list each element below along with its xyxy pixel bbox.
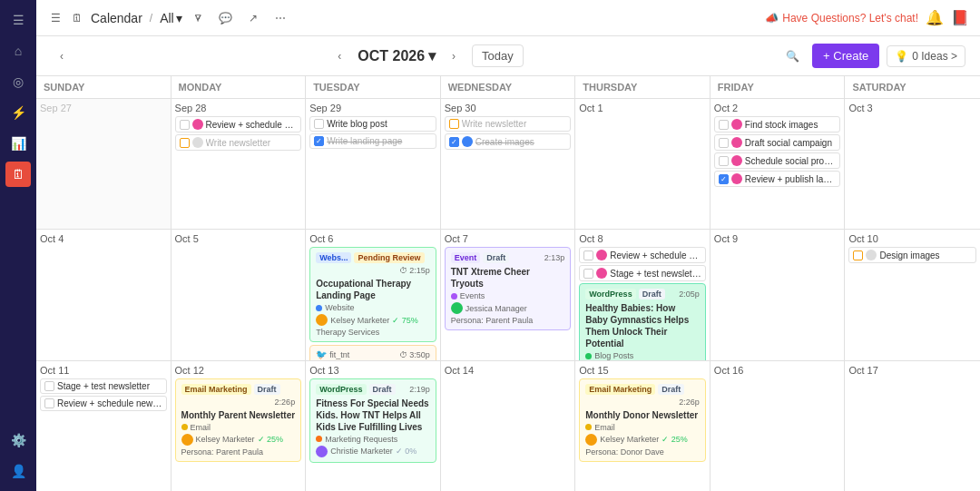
card-fitness-special-needs[interactable]: WordPress Draft 2:19p Fitness For Specia… [309, 378, 436, 463]
task-label: Review + schedule newslet ter [57, 398, 162, 408]
day-oct14: Oct 14 [441, 361, 576, 491]
card-title: Fitness For Special Needs Kids. How TNT … [316, 398, 430, 433]
task-review-publish-landing[interactable]: ✓ Review + publish landing p age [714, 171, 841, 187]
calendar-icon[interactable]: 🗓 [69, 10, 85, 26]
checkbox[interactable] [583, 250, 593, 260]
checkbox[interactable]: ✓ [719, 174, 729, 184]
flt-header: 🐦 fit_tnt ⏱ 3:50p [316, 349, 430, 359]
checkbox[interactable] [449, 119, 459, 129]
sidebar-icon-lightning[interactable]: ⚡ [5, 100, 31, 125]
checkbox[interactable] [853, 250, 863, 260]
checkbox[interactable]: ✓ [449, 137, 459, 147]
prev-btn[interactable]: ‹ [328, 45, 350, 67]
task-review-schedule-oct11[interactable]: Review + schedule newslet ter [40, 396, 167, 411]
task-draft-social[interactable]: Draft social campaign [714, 134, 841, 151]
draft-badge: Draft [483, 252, 509, 263]
assignee-name: Kelsey Marketer [196, 435, 255, 444]
today-button[interactable]: Today [472, 44, 524, 67]
draft-badge: Draft [369, 384, 396, 395]
time-badge: 2:13p [544, 253, 565, 262]
checkbox[interactable] [583, 269, 593, 279]
channel-name: Blog Posts [594, 351, 633, 359]
task-design-images-oct10[interactable]: Design images [848, 247, 976, 263]
ideas-button[interactable]: 💡 0 Ideas > [887, 45, 965, 67]
checkbox[interactable] [719, 138, 729, 148]
hamburger-icon[interactable]: ☰ [47, 10, 64, 26]
month-label[interactable]: OCT 2026 ▾ [358, 47, 436, 64]
sidebar-icon-user[interactable]: 👤 [5, 458, 31, 484]
top-nav: ☰ 🗓 Calendar / All ▾ ⛛ 💬 ↗ ⋯ 📣 Have Ques… [36, 0, 980, 36]
megaphone-icon: 📣 [765, 12, 779, 25]
header-sunday: SUNDAY [36, 76, 172, 98]
card-healthy-babies[interactable]: WordPress Draft 2:05p Healthy Babies: Ho… [579, 283, 706, 359]
day-sep30: Sep 30 Write newsletter ✓ Create images [441, 99, 576, 229]
comment-icon[interactable]: 💬 [215, 7, 237, 29]
card-monthly-parent-newsletter[interactable]: Email Marketing Draft 2:26p Monthly Pare… [175, 378, 302, 462]
task-review-blog[interactable]: Review + schedule blog po st [175, 116, 302, 133]
day-oct10: Oct 10 Design images [845, 230, 980, 359]
sidebar-icon-circle[interactable]: ◎ [5, 69, 31, 94]
task-find-stock[interactable]: Find stock images [714, 116, 841, 133]
next-btn[interactable]: › [443, 45, 465, 67]
header-thursday: THURSDAY [575, 76, 710, 98]
checkbox[interactable] [180, 138, 190, 148]
have-questions-link[interactable]: 📣 Have Questions? Let's chat! [765, 12, 918, 25]
time-badge: 2:26p [679, 398, 700, 407]
prev-month-btn[interactable]: ‹ [51, 45, 73, 67]
task-write-newsletter-sep30[interactable]: Write newsletter [445, 116, 572, 132]
day-oct11: Oct 11 Stage + test newsletter Review + … [36, 361, 172, 491]
card-title: TNT Xtreme Cheer Tryouts [451, 266, 565, 290]
checkbox[interactable] [44, 398, 54, 408]
task-write-newsletter-sep28[interactable]: Write newsletter [175, 134, 302, 151]
task-stage-test-oct8[interactable]: Stage + test newsletter [579, 265, 706, 281]
task-stage-test-oct11[interactable]: Stage + test newsletter [40, 378, 167, 394]
sidebar-icon-menu[interactable]: ☰ [5, 7, 31, 33]
checkbox[interactable] [314, 119, 324, 129]
create-button[interactable]: + Create [812, 44, 879, 68]
header-wednesday: WEDNESDAY [441, 76, 576, 98]
sidebar-icon-calendar[interactable]: 🗓 [5, 162, 31, 187]
channel-name: Marketing Requests [325, 435, 397, 444]
pending-badge: Pending Review [354, 252, 424, 263]
task-schedule-social[interactable]: Schedule social promotion [714, 152, 841, 169]
task-create-images-sep30[interactable]: ✓ Create images [445, 133, 572, 150]
sidebar-icon-home[interactable]: ⌂ [5, 38, 31, 64]
card-persona: Persona: Parent Paula [181, 447, 296, 457]
checkbox[interactable] [719, 156, 729, 166]
share-icon[interactable]: ↗ [242, 7, 264, 29]
day-num: Oct 1 [579, 103, 706, 113]
card-occupational-therapy[interactable]: Webs... Pending Review ⏱ 2:15p Occupatio… [309, 247, 436, 342]
search-button[interactable]: 🔍 [779, 44, 805, 69]
task-write-landing[interactable]: ✓ Write landing page [309, 133, 436, 149]
checkbox[interactable] [44, 381, 54, 391]
task-write-blog[interactable]: Write blog post [309, 116, 436, 132]
card-header: WordPress Draft 2:05p [585, 289, 700, 300]
checkbox[interactable] [719, 120, 729, 130]
task-label: Stage + test newsletter [610, 269, 701, 279]
avatar [731, 137, 742, 148]
channel-name: Website [325, 303, 354, 312]
day-oct17: Oct 17 [845, 361, 980, 491]
sidebar-icon-settings[interactable]: ⚙️ [5, 427, 31, 453]
checkbox[interactable]: ✓ [314, 136, 324, 146]
persona-text: Persona: Donor Dave [585, 447, 664, 457]
filter-icon[interactable]: ⛛ [188, 7, 210, 29]
task-review-newsletter-oct8[interactable]: Review + schedule newslet ter [579, 247, 706, 263]
avatar [316, 314, 328, 326]
nav-view-selector[interactable]: All ▾ [160, 11, 182, 25]
grid-icon[interactable]: 📕 [951, 9, 969, 26]
day-num: Oct 14 [445, 365, 572, 376]
header-saturday: SATURDAY [845, 76, 980, 98]
card-tnt-cheer[interactable]: Event Draft 2:13p TNT Xtreme Cheer Tryou… [445, 247, 572, 330]
sidebar-icon-chart[interactable]: 📊 [5, 131, 31, 156]
more-icon[interactable]: ⋯ [270, 7, 291, 29]
card-meta: Blog Posts [585, 351, 700, 359]
task-label: Schedule social promotion [745, 156, 837, 166]
checkbox[interactable] [180, 120, 190, 130]
card-flt-tweet[interactable]: 🐦 fit_tnt ⏱ 3:50p A child's occupation i… [309, 345, 436, 359]
bell-icon[interactable]: 🔔 [926, 9, 944, 26]
header-friday: FRIDAY [710, 76, 846, 98]
day-num: Sep 28 [175, 103, 302, 113]
card-monthly-donor-newsletter[interactable]: Email Marketing Draft 2:26p Monthly Dono… [579, 378, 706, 462]
day-num: Oct 9 [714, 233, 841, 244]
